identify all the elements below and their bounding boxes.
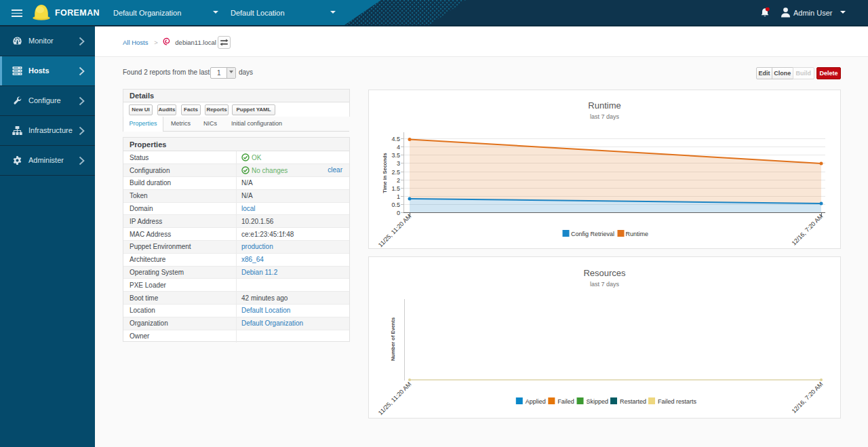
svg-text:11/25, 11:20 AM: 11/25, 11:20 AM xyxy=(377,381,412,416)
svg-text:Number of Events: Number of Events xyxy=(390,317,396,361)
svg-text:1: 1 xyxy=(397,193,400,200)
svg-text:Failed: Failed xyxy=(557,398,574,405)
svg-text:4: 4 xyxy=(397,144,400,151)
svg-text:12/16, 7:20 AM: 12/16, 7:20 AM xyxy=(791,381,825,414)
svg-text:12/16, 7:20 AM: 12/16, 7:20 AM xyxy=(791,213,825,247)
svg-text:Config Retrieval: Config Retrieval xyxy=(571,231,614,237)
svg-text:2.5: 2.5 xyxy=(391,169,400,176)
svg-text:Skipped: Skipped xyxy=(587,398,609,405)
svg-text:2: 2 xyxy=(397,177,400,184)
svg-text:4.5: 4.5 xyxy=(391,136,400,142)
svg-text:Runtime: Runtime xyxy=(626,231,649,237)
svg-text:3.5: 3.5 xyxy=(391,152,400,159)
svg-text:Failed restarts: Failed restarts xyxy=(658,398,697,405)
svg-text:Applied: Applied xyxy=(526,398,546,405)
svg-text:3: 3 xyxy=(397,160,400,167)
svg-text:11/25, 11:20 AM: 11/25, 11:20 AM xyxy=(377,213,412,248)
svg-text:0: 0 xyxy=(397,210,400,216)
svg-text:1.5: 1.5 xyxy=(391,185,400,192)
svg-text:0.5: 0.5 xyxy=(391,201,400,208)
svg-text:Restarted: Restarted xyxy=(620,398,646,405)
svg-text:Time in Seconds: Time in Seconds xyxy=(382,153,388,193)
